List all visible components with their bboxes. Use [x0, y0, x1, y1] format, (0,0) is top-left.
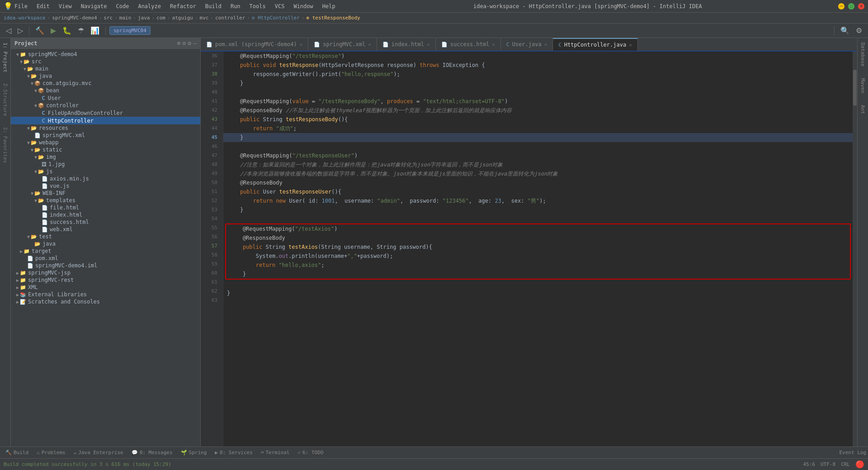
back-button[interactable]: ◁ [4, 25, 14, 36]
tab-springmvc-xml[interactable]: 📄 springMVC.xml ✕ [308, 38, 377, 51]
tree-item-package-mvc[interactable]: ▼ 📦 com.atguigu.mvc [11, 80, 200, 87]
structure-tool-window[interactable]: Z-Structure [1, 81, 9, 119]
tree-item-package-controller[interactable]: ▼ 📦 controller [11, 102, 200, 109]
menu-tools[interactable]: Tools [248, 2, 268, 10]
scrollbar-thumb[interactable] [853, 70, 857, 106]
menu-edit[interactable]: Edit [35, 2, 52, 10]
breadcrumb-java[interactable]: java [138, 15, 150, 21]
tree-item-file-html[interactable]: ▶ 📄 file.html [11, 204, 200, 211]
debug-button[interactable]: 🐛 [60, 25, 74, 36]
menu-run[interactable]: Run [229, 2, 242, 10]
tree-item-java[interactable]: ▼ 📂 java [11, 72, 200, 80]
hide-icon[interactable]: — [193, 40, 197, 47]
breadcrumb-controller[interactable]: controller [215, 15, 245, 21]
tree-item-springmvc-xml[interactable]: ▶ 📄 springMVC.xml [11, 132, 200, 139]
tab-close-success[interactable]: ✕ [492, 42, 495, 47]
breadcrumb-mvc[interactable]: mvc [200, 15, 209, 21]
breadcrumb-workspace[interactable]: idea-workspace [4, 15, 46, 21]
breadcrumb-com[interactable]: com [156, 15, 165, 21]
tree-item-js[interactable]: ▼ 📂 js [11, 168, 200, 175]
tab-httpcontroller-java[interactable]: C HttpController.java ✕ [553, 38, 638, 51]
tab-close-pom[interactable]: ✕ [300, 42, 303, 47]
tree-item-target[interactable]: ▶ 📁 target [11, 247, 200, 255]
code-text[interactable]: @RequestMapping("/testResponse") public … [223, 52, 853, 446]
tree-item-springmvc-demo4[interactable]: ▼ 📁 springMVC-demo4 [11, 51, 200, 58]
coverage-button[interactable]: ☂ [75, 25, 86, 36]
tree-item-pom-xml[interactable]: ▶ 📄 pom.xml [11, 255, 200, 262]
tree-item-fileupdown[interactable]: ▶ C FileUpAndDownController [11, 109, 200, 117]
breadcrumb-main[interactable]: main [119, 15, 132, 21]
menu-help[interactable]: Help [321, 2, 337, 10]
tab-user-java[interactable]: C User.java ✕ [501, 38, 553, 51]
breadcrumb-class[interactable]: ⊙ HttpController [252, 15, 300, 21]
tree-item-index-html[interactable]: ▶ 📄 index.html [11, 211, 200, 218]
breadcrumb-module[interactable]: springMVC-demo4 [52, 15, 97, 21]
tab-close-springmvc[interactable]: ✕ [368, 42, 371, 47]
breadcrumb-src[interactable]: src [104, 15, 113, 21]
menu-build[interactable]: Build [203, 2, 223, 10]
settings-icon[interactable]: ⚙ [188, 40, 191, 47]
tree-item-src[interactable]: ▼ 📂 src [11, 58, 200, 65]
tree-item-scratches[interactable]: ▶ 📝 Scratches and Consoles [11, 298, 200, 305]
tree-item-success-html[interactable]: ▶ 📄 success.html [11, 218, 200, 226]
tree-item-xml[interactable]: ▶ 📁 XML [11, 284, 200, 291]
tab-close-user[interactable]: ✕ [544, 42, 547, 47]
messages-tab[interactable]: 💬 0: Messages [128, 449, 176, 456]
line-ending[interactable]: UTF-8 [821, 461, 835, 467]
tree-item-resources[interactable]: ▼ 📂 resources [11, 124, 200, 132]
menu-window[interactable]: Window [292, 2, 315, 10]
tree-item-external-libs[interactable]: ▶ 📚 External Libraries [11, 291, 200, 298]
settings-button[interactable]: ⚙ [854, 25, 864, 36]
menu-file[interactable]: File [13, 2, 29, 10]
tab-index-html[interactable]: 📄 index.html ✕ [377, 38, 436, 51]
menu-view[interactable]: View [57, 2, 74, 10]
tree-item-templates[interactable]: ▼ 📂 templates [11, 197, 200, 204]
build-tab[interactable]: 🔨 Build [2, 449, 32, 456]
caret-position[interactable]: 45:6 [803, 461, 816, 467]
event-log-button[interactable]: Event Log [839, 450, 866, 456]
search-everywhere-button[interactable]: 🔍 [838, 25, 852, 36]
profile-button[interactable]: 📊 [88, 25, 102, 36]
tree-item-img[interactable]: ▼ 📂 img [11, 153, 200, 161]
vertical-scrollbar[interactable] [853, 52, 857, 446]
menu-code[interactable]: Code [114, 2, 131, 10]
run-config-selector[interactable]: springMVC04 [109, 26, 151, 35]
tree-item-webinf[interactable]: ▼ 📂 WEB-INF [11, 190, 200, 197]
tree-item-springmvc-jsp[interactable]: ▶ 📁 springMVC-jsp [11, 269, 200, 276]
project-tool-window[interactable]: 1: Project [1, 40, 9, 75]
problems-tab[interactable]: ⚠ Problems [33, 449, 69, 456]
maven-tool-window[interactable]: Maven [859, 76, 867, 96]
services-tab[interactable]: ▶ 8: Services [211, 449, 256, 456]
tab-pom-xml[interactable]: 📄 pom.xml (springMVC-demo4) ✕ [201, 38, 308, 51]
encoding[interactable]: CRL [841, 461, 850, 467]
tab-success-html[interactable]: 📄 success.html ✕ [436, 38, 501, 51]
terminal-tab[interactable]: ⌨ Terminal [257, 449, 293, 456]
database-tool-window[interactable]: Database [859, 40, 867, 69]
tree-item-package-bean[interactable]: ▼ 📦 bean [11, 87, 200, 94]
tree-item-iml[interactable]: ▶ 📄 springMVC-demo4.iml [11, 262, 200, 269]
locate-icon[interactable]: ⊕ [177, 40, 181, 47]
menu-vcs[interactable]: VCS [273, 2, 287, 10]
tree-item-httpcontroller[interactable]: ▶ C HttpController [11, 117, 200, 124]
tree-item-vuejs[interactable]: ▶ 📄 vue.js [11, 182, 200, 190]
menu-analyze[interactable]: Analyze [136, 2, 163, 10]
forward-button[interactable]: ▷ [15, 25, 25, 36]
tree-item-static[interactable]: ▼ 📂 static [11, 146, 200, 153]
tree-item-springmvc-rest[interactable]: ▶ 📁 springMVC-rest [11, 276, 200, 284]
collapse-all-icon[interactable]: ≡ [183, 40, 186, 47]
tree-item-user-class[interactable]: ▶ C User [11, 94, 200, 102]
tree-item-axios[interactable]: ▶ 📄 axios.min.js [11, 175, 200, 182]
java-enterprise-tab[interactable]: ☕ Java Enterprise [70, 449, 127, 456]
maximize-button[interactable]: □ [848, 3, 854, 9]
breadcrumb-atguigu[interactable]: atguigu [172, 15, 193, 21]
ant-tool-window[interactable]: Ant [859, 102, 867, 117]
tab-close-index[interactable]: ✕ [427, 42, 430, 47]
tree-item-test[interactable]: ▼ 📂 test [11, 233, 200, 240]
run-button[interactable]: ▶ [48, 25, 58, 36]
close-button[interactable]: ✕ [858, 3, 864, 9]
minimize-button[interactable]: ─ [838, 3, 844, 9]
breadcrumb-method[interactable]: ⊕ testResponseBody [307, 15, 360, 21]
menu-navigate[interactable]: Navigate [79, 2, 109, 10]
todo-tab[interactable]: ✓ 6: TODO [294, 449, 327, 456]
favorites-tool-window[interactable]: 2: Favorites [1, 124, 9, 166]
